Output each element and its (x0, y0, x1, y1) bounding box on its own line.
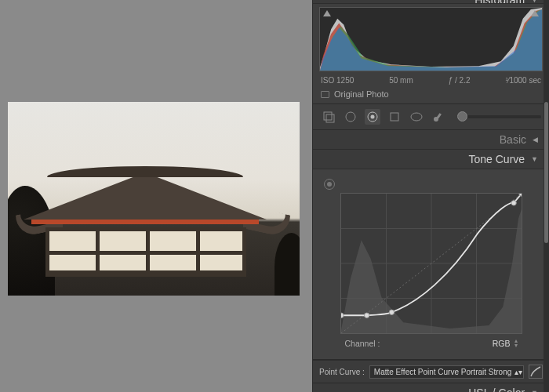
svg-point-6 (411, 113, 422, 121)
channel-label: Channel : (345, 339, 380, 348)
svg-point-18 (389, 310, 394, 314)
original-photo-label: Original Photo (334, 89, 389, 99)
radial-filter-tool[interactable] (409, 109, 424, 125)
chevron-down-icon: ▼ (531, 389, 538, 392)
point-curve-label: Point Curve : (319, 368, 365, 376)
redeye-tool[interactable] (365, 109, 380, 125)
tone-curve-section: Channel : RGB ▴▾ (313, 169, 549, 360)
basic-header[interactable]: Basic ◀ (313, 130, 549, 150)
exif-focal: 50 mm (389, 76, 413, 85)
preview-photo (8, 102, 300, 296)
graduated-filter-tool[interactable] (387, 109, 402, 125)
tool-strip (313, 104, 549, 130)
exif-row: ISO 1250 50 mm ƒ / 2.2 ¹⁄1000 sec (313, 74, 549, 86)
svg-rect-8 (436, 113, 441, 118)
svg-point-4 (371, 115, 375, 119)
adjustment-brush-tool[interactable] (431, 109, 446, 125)
chevron-left-icon: ◀ (533, 136, 538, 143)
histogram-section: ISO 1250 50 mm ƒ / 2.2 ¹⁄1000 sec Origin… (313, 4, 549, 104)
exif-aperture: ƒ / 2.2 (449, 76, 471, 85)
histogram-chart[interactable] (319, 7, 543, 71)
svg-point-19 (511, 201, 515, 205)
basic-title: Basic (500, 133, 526, 146)
channel-select[interactable]: RGB ▴▾ (493, 339, 518, 348)
original-photo-row[interactable]: Original Photo (313, 86, 549, 104)
svg-rect-5 (391, 113, 398, 121)
point-curve-row: Point Curve : Matte Effect Point Curve P… (313, 360, 549, 383)
point-curve-edit-button[interactable] (529, 365, 543, 379)
svg-rect-0 (324, 112, 332, 120)
tone-curve-header[interactable]: Tone Curve ▼ (313, 150, 549, 169)
panel-scrollbar-thumb[interactable] (544, 102, 548, 243)
panel-scrollbar-track[interactable] (544, 0, 549, 392)
original-photo-checkbox[interactable] (321, 91, 329, 98)
svg-point-2 (346, 112, 355, 122)
hsl-header[interactable]: HSL / Color ▼ (313, 383, 549, 392)
exif-iso: ISO 1250 (321, 76, 354, 85)
targeted-adjustment-icon[interactable] (324, 179, 335, 190)
develop-panel: Histogram ▼ ISO 1250 50 mm ƒ / 2.2 ¹⁄100… (312, 0, 549, 392)
highlight-clipping-icon[interactable] (531, 10, 539, 16)
point-curve-select[interactable]: Matte Effect Point Curve Portrait Strong… (369, 365, 524, 379)
slider-knob[interactable] (457, 111, 467, 122)
stepper-icon: ▴▾ (514, 368, 522, 376)
spot-removal-tool[interactable] (343, 109, 358, 125)
hsl-title: HSL / Color (468, 387, 525, 392)
tone-curve-chart[interactable] (340, 193, 522, 334)
crop-tool[interactable] (321, 109, 336, 125)
chevron-down-icon: ▼ (531, 155, 538, 163)
svg-point-17 (364, 313, 369, 318)
svg-rect-1 (326, 114, 334, 122)
tone-curve-title: Tone Curve (468, 153, 525, 165)
svg-point-16 (341, 313, 344, 318)
exif-shutter: ¹⁄1000 sec (505, 76, 541, 85)
brush-size-slider[interactable] (457, 115, 541, 118)
shadow-clipping-icon[interactable] (323, 10, 331, 16)
stepper-icon: ▴▾ (514, 339, 518, 348)
image-canvas[interactable] (0, 0, 312, 392)
